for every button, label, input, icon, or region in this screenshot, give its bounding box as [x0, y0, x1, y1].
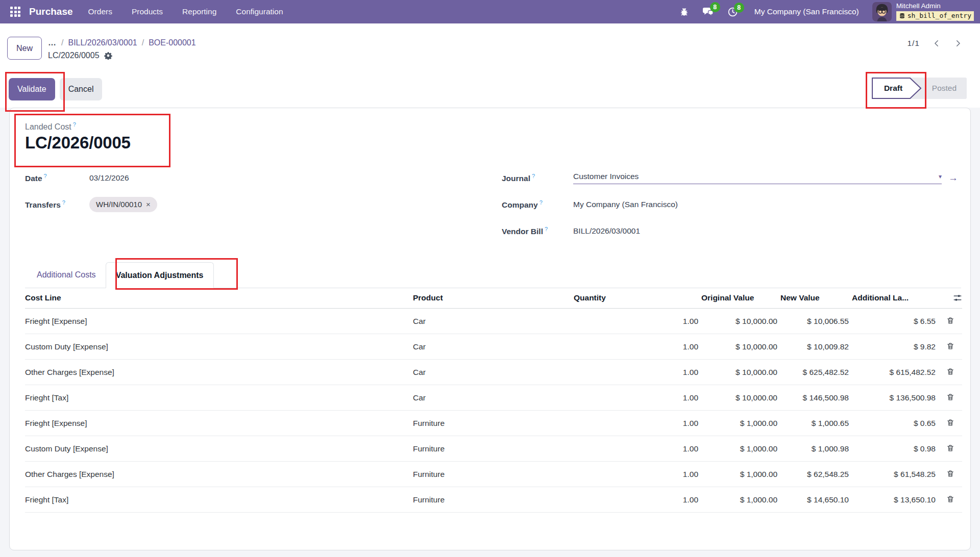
cell-quantity: 1.00 [574, 487, 701, 513]
cell-quantity: 1.00 [574, 462, 701, 487]
cell-product: Furniture [413, 411, 574, 436]
status-posted[interactable]: Posted [922, 78, 967, 99]
help-icon: ? [532, 173, 535, 179]
trash-icon[interactable] [945, 418, 955, 428]
statusbar: Draft Posted [872, 78, 967, 99]
status-draft[interactable]: Draft [872, 78, 922, 99]
messages-icon[interactable]: 8 [702, 6, 714, 18]
notebook-tabs: Additional Costs Valuation Adjustments [25, 262, 961, 288]
menu-products[interactable]: Products [132, 7, 163, 16]
company-switcher[interactable]: My Company (San Francisco) [754, 7, 859, 16]
cancel-button[interactable]: Cancel [60, 78, 103, 100]
col-new-value[interactable]: New Value [780, 288, 852, 309]
col-cost-line[interactable]: Cost Line [25, 288, 413, 309]
fields-right-column: Journal? Customer Invoices ▾ → Company? … [502, 169, 961, 249]
cell-original-value: $ 1,000.00 [701, 462, 780, 487]
transfer-tag[interactable]: WH/IN/00010 × [89, 197, 157, 212]
journal-field[interactable]: Customer Invoices ▾ [573, 172, 942, 184]
trash-icon[interactable] [945, 469, 955, 479]
help-icon: ? [540, 199, 543, 206]
database-icon [899, 13, 905, 19]
page-title: LC/2026/0005 [25, 133, 961, 153]
table-row[interactable]: Frieght [Tax] Furniture 1.00 $ 1,000.00 … [25, 487, 962, 513]
cell-new-value: $ 62,548.25 [780, 462, 852, 487]
cell-original-value: $ 10,000.00 [701, 309, 780, 334]
valuation-adjustments-table: Cost Line Product Quantity Original Valu… [25, 288, 962, 513]
cell-product: Furniture [413, 462, 574, 487]
pager-next-icon[interactable] [953, 39, 963, 48]
trash-icon[interactable] [945, 494, 955, 504]
cell-product: Car [413, 309, 574, 334]
cell-new-value: $ 625,482.52 [780, 360, 852, 385]
fields-left-column: Date? 03/12/2026 Transfers? WH/IN/00010 … [25, 169, 502, 249]
validate-button[interactable]: Validate [9, 78, 55, 100]
title-label: Landed Cost? [25, 121, 961, 132]
transfer-tag-label: WH/IN/00010 [96, 200, 142, 209]
status-posted-label: Posted [932, 84, 957, 93]
activity-count-badge: 8 [734, 3, 744, 13]
cell-cost-line: Frieght [Expense] [25, 309, 413, 334]
activity-clock-icon[interactable]: 8 [727, 7, 738, 17]
table-row[interactable]: Other Charges [Expense] Furniture 1.00 $… [25, 462, 962, 487]
breadcrumb-link-bill[interactable]: BILL/2026/03/0001 [68, 38, 137, 47]
trash-icon[interactable] [945, 392, 955, 402]
menu-reporting[interactable]: Reporting [182, 7, 216, 16]
journal-internal-link-icon[interactable]: → [948, 173, 958, 183]
pager-previous-icon[interactable] [932, 39, 941, 48]
apps-grid-icon[interactable] [10, 7, 20, 17]
cell-cost-line: Frieght [Tax] [25, 487, 413, 513]
field-date: Date? 03/12/2026 [25, 169, 502, 186]
table-row[interactable]: Frieght [Expense] Furniture 1.00 $ 1,000… [25, 411, 962, 436]
journal-value[interactable]: Customer Invoices [573, 172, 639, 181]
cell-cost-line: Frieght [Expense] [25, 411, 413, 436]
cell-product: Furniture [413, 487, 574, 513]
control-panel: New … / BILL/2026/03/0001 / BOE-000001 L… [0, 23, 980, 108]
table-row[interactable]: Frieght [Expense] Car 1.00 $ 10,000.00 $… [25, 309, 962, 334]
trash-icon[interactable] [945, 443, 955, 453]
table-row[interactable]: Custom Duty [Expense] Car 1.00 $ 10,000.… [25, 334, 962, 360]
cell-cost-line: Other Charges [Expense] [25, 462, 413, 487]
optional-columns-icon[interactable] [953, 293, 962, 302]
cell-original-value: $ 10,000.00 [701, 385, 780, 411]
table-row[interactable]: Frieght [Tax] Car 1.00 $ 10,000.00 $ 146… [25, 385, 962, 411]
date-value[interactable]: 03/12/2026 [89, 173, 129, 183]
status-draft-label: Draft [872, 78, 922, 99]
database-name: sh_bill_of_entry [908, 12, 971, 20]
help-icon: ? [44, 173, 47, 179]
cell-cost-line: Custom Duty [Expense] [25, 334, 413, 360]
cell-quantity: 1.00 [574, 436, 701, 462]
bug-icon[interactable] [679, 7, 689, 17]
journal-dropdown-caret-icon[interactable]: ▾ [939, 173, 942, 180]
tab-additional-costs[interactable]: Additional Costs [27, 262, 106, 288]
col-additional-landed-cost[interactable]: Additional La... [852, 288, 939, 309]
breadcrumb-link-boe[interactable]: BOE-000001 [149, 38, 196, 47]
tab-valuation-adjustments[interactable]: Valuation Adjustments [106, 262, 214, 288]
cell-quantity: 1.00 [574, 385, 701, 411]
actions-gear-icon[interactable] [104, 52, 112, 60]
menu-configuration[interactable]: Configuration [236, 7, 283, 16]
cell-original-value: $ 1,000.00 [701, 436, 780, 462]
trash-icon[interactable] [945, 367, 955, 377]
table-row[interactable]: Other Charges [Expense] Car 1.00 $ 10,00… [25, 360, 962, 385]
col-original-value[interactable]: Original Value [701, 288, 780, 309]
trash-icon[interactable] [945, 316, 955, 326]
cell-new-value: $ 10,009.82 [780, 334, 852, 360]
col-product[interactable]: Product [413, 288, 574, 309]
col-quantity[interactable]: Quantity [574, 288, 701, 309]
new-button[interactable]: New [7, 37, 42, 60]
trash-icon[interactable] [945, 341, 955, 351]
breadcrumb-separator: / [142, 38, 144, 47]
app-name[interactable]: Purchase [29, 6, 73, 17]
breadcrumb-ellipsis[interactable]: … [48, 38, 57, 47]
cell-additional: $ 6.55 [852, 309, 939, 334]
tag-remove-icon[interactable]: × [146, 200, 151, 209]
cell-quantity: 1.00 [574, 309, 701, 334]
database-badge: sh_bill_of_entry [896, 11, 974, 21]
journal-label-text: Journal [502, 174, 530, 183]
user-menu[interactable]: Mitchell Admin sh_bill_of_entry [872, 2, 974, 21]
menu-orders[interactable]: Orders [88, 7, 112, 16]
table-row[interactable]: Custom Duty [Expense] Furniture 1.00 $ 1… [25, 436, 962, 462]
field-journal: Journal? Customer Invoices ▾ → [502, 169, 961, 186]
cell-additional: $ 615,482.52 [852, 360, 939, 385]
cell-quantity: 1.00 [574, 334, 701, 360]
